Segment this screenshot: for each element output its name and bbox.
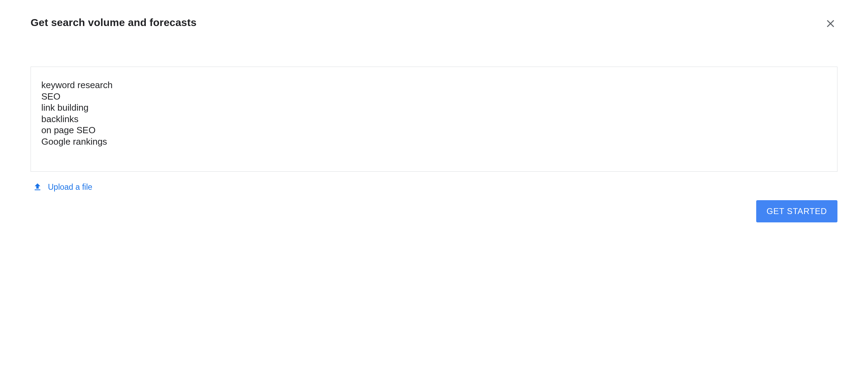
footer-row: GET STARTED [31,200,837,222]
close-icon [825,18,836,31]
keywords-input-wrapper[interactable]: keyword research SEO link building backl… [31,67,837,172]
upload-icon [33,182,42,192]
keywords-input[interactable]: keyword research SEO link building backl… [41,79,827,147]
dialog-container: Get search volume and forecasts keyword … [0,0,868,236]
upload-file-label: Upload a file [48,182,92,192]
get-started-button[interactable]: GET STARTED [756,200,837,222]
header-row: Get search volume and forecasts [31,17,837,32]
close-button[interactable] [824,17,837,32]
page-title: Get search volume and forecasts [31,17,197,28]
upload-file-button[interactable]: Upload a file [31,180,837,192]
